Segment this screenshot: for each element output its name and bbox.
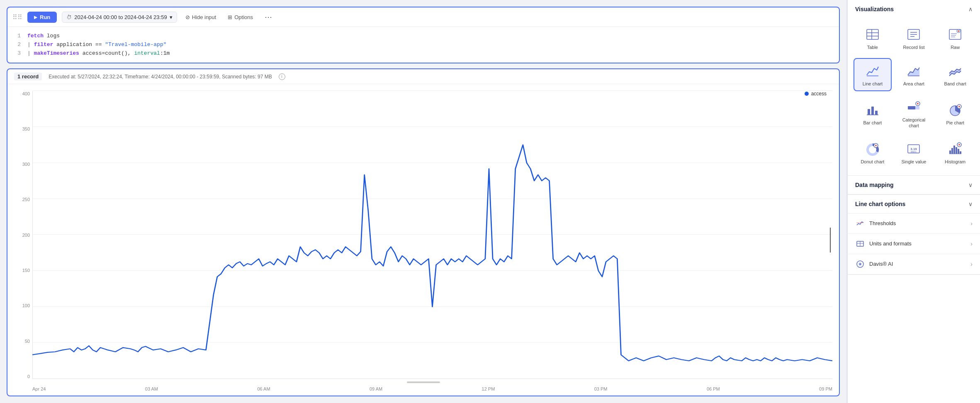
chart-header: 1 record Executed at: 5/27/2024, 22:32:2… <box>7 69 839 84</box>
viz-label-record-list: Record list <box>903 44 925 50</box>
record-list-icon <box>905 26 922 43</box>
viz-item-histogram[interactable]: Histogram <box>936 136 974 170</box>
hide-input-button[interactable]: ⊘ Hide input <box>182 12 220 22</box>
units-formats-option[interactable]: Units and formats › <box>848 234 980 254</box>
viz-label-histogram: Histogram <box>945 159 965 165</box>
viz-item-area-chart[interactable]: Area chart <box>895 58 933 91</box>
line-chart-icon <box>864 63 881 79</box>
thresholds-chevron-icon: › <box>970 220 973 227</box>
y-label-350: 350 <box>22 126 30 131</box>
units-formats-left: Units and formats <box>855 239 912 249</box>
y-label-100: 100 <box>22 303 30 308</box>
viz-label-band-chart: Band chart <box>944 81 966 87</box>
davis-ai-chevron-icon: › <box>970 261 973 267</box>
y-label-400: 400 <box>22 91 30 96</box>
davis-ai-icon <box>855 259 865 269</box>
svg-rect-39 <box>953 146 955 154</box>
hide-input-icon: ⊘ <box>185 14 190 20</box>
svg-point-53 <box>859 263 861 265</box>
area-chart-icon <box>905 63 922 79</box>
table-icon <box>864 26 881 43</box>
svg-rect-0 <box>867 29 878 39</box>
viz-item-record-list[interactable]: Record list <box>895 22 933 55</box>
code-panel: ⠿⠿ Run ⏱ 2024-04-24 00:00 to 2024-04-24 … <box>7 7 840 63</box>
viz-label-bar-chart: Bar chart <box>863 120 882 126</box>
viz-item-pie-chart[interactable]: Pie chart <box>936 95 974 133</box>
code-editor[interactable]: 1 fetch logs 2 | filter application == "… <box>7 27 839 63</box>
x-label-apr24: Apr 24 <box>32 386 46 391</box>
davis-ai-option[interactable]: Davis® AI › <box>848 254 980 274</box>
right-sidebar: Visualizations ∧ Table <box>847 0 980 403</box>
viz-item-raw[interactable]: Raw <box>936 22 974 55</box>
scroll-bar[interactable] <box>407 381 440 383</box>
viz-label-raw: Raw <box>951 44 960 50</box>
line-chart-options-section: Line chart options ∨ Thresholds › <box>848 195 980 275</box>
viz-item-categorical-chart[interactable]: Categorical chart <box>895 95 933 133</box>
viz-label-table: Table <box>867 44 878 50</box>
chart-section: 1 record Executed at: 5/27/2024, 22:32:2… <box>7 68 840 396</box>
data-mapping-header[interactable]: Data mapping ∨ <box>848 176 980 194</box>
thresholds-option[interactable]: Thresholds › <box>848 214 980 234</box>
svg-rect-38 <box>951 148 953 154</box>
histogram-icon <box>947 141 963 157</box>
units-formats-chevron-icon: › <box>970 240 973 247</box>
units-formats-label: Units and formats <box>869 240 912 247</box>
single-value-icon: 3.19 Mbit/s <box>905 141 922 157</box>
chart-svg <box>32 91 832 379</box>
categorical-chart-icon <box>905 99 922 115</box>
davis-ai-left: Davis® AI <box>855 259 893 269</box>
y-label-0: 0 <box>27 374 30 379</box>
viz-item-line-chart[interactable]: Line chart <box>854 58 892 91</box>
viz-item-table[interactable]: Table <box>854 22 892 55</box>
band-chart-icon <box>947 63 963 79</box>
collapse-visualizations-icon: ∧ <box>968 6 973 12</box>
y-label-250: 250 <box>22 197 30 202</box>
clock-icon: ⏱ <box>66 14 72 20</box>
svg-rect-41 <box>958 149 959 154</box>
thresholds-label: Thresholds <box>869 220 896 226</box>
davis-ai-label: Davis® AI <box>869 261 893 267</box>
code-line-3: 3 | makeTimeseries access=count(), inter… <box>14 49 832 58</box>
viz-item-bar-chart[interactable]: Bar chart <box>854 95 892 133</box>
svg-rect-42 <box>960 151 961 154</box>
bar-chart-icon <box>864 102 881 118</box>
viz-label-line-chart: Line chart <box>863 81 883 87</box>
record-count-badge: 1 record <box>14 73 42 80</box>
options-button[interactable]: ⊞ Options <box>224 12 256 22</box>
svg-rect-40 <box>956 147 957 154</box>
viz-label-pie-chart: Pie chart <box>946 120 964 126</box>
viz-item-band-chart[interactable]: Band chart <box>936 58 974 91</box>
x-axis: Apr 24 03 AM 06 AM 09 AM 12 PM 03 PM 06 … <box>32 386 832 391</box>
execution-info: Executed at: 5/27/2024, 22:32:24, Timefr… <box>49 74 272 80</box>
more-menu-button[interactable]: ⋯ <box>261 11 275 23</box>
svg-rect-18 <box>871 107 874 115</box>
viz-label-area-chart: Area chart <box>903 81 924 87</box>
drag-handle-line[interactable] <box>830 228 831 252</box>
lco-collapse-icon: ∨ <box>968 201 973 207</box>
run-button[interactable]: Run <box>27 12 57 23</box>
viz-grid: Table Record list <box>848 18 980 175</box>
drag-handle-icon[interactable]: ⠿⠿ <box>12 13 22 21</box>
raw-icon <box>947 26 963 43</box>
y-label-50: 50 <box>25 339 30 344</box>
data-mapping-title: Data mapping <box>855 182 894 188</box>
line-chart-options-header[interactable]: Line chart options ∨ <box>848 195 980 214</box>
time-range-picker[interactable]: ⏱ 2024-04-24 00:00 to 2024-04-24 23:59 ▾ <box>62 12 177 23</box>
options-icon: ⊞ <box>228 14 232 20</box>
code-toolbar: ⠿⠿ Run ⏱ 2024-04-24 00:00 to 2024-04-24 … <box>7 7 839 27</box>
svg-rect-17 <box>868 109 870 115</box>
thresholds-left: Thresholds <box>855 218 896 228</box>
viz-item-donut-chart[interactable]: Donut chart <box>854 136 892 170</box>
viz-item-single-value[interactable]: 3.19 Mbit/s Single value <box>895 136 933 170</box>
info-icon[interactable]: i <box>279 73 285 80</box>
viz-label-single-value: Single value <box>902 159 927 165</box>
svg-text:Mbit/s: Mbit/s <box>911 151 917 153</box>
visualizations-header[interactable]: Visualizations ∧ <box>848 0 980 18</box>
visualizations-section: Visualizations ∧ Table <box>848 0 980 176</box>
y-label-300: 300 <box>22 162 30 167</box>
thresholds-icon <box>855 218 865 228</box>
y-label-200: 200 <box>22 233 30 238</box>
chart-container: access 0 50 100 150 200 250 300 350 400 <box>7 84 839 396</box>
time-range-value: 2024-04-24 00:00 to 2024-04-24 23:59 <box>74 14 167 20</box>
svg-rect-19 <box>875 111 878 115</box>
